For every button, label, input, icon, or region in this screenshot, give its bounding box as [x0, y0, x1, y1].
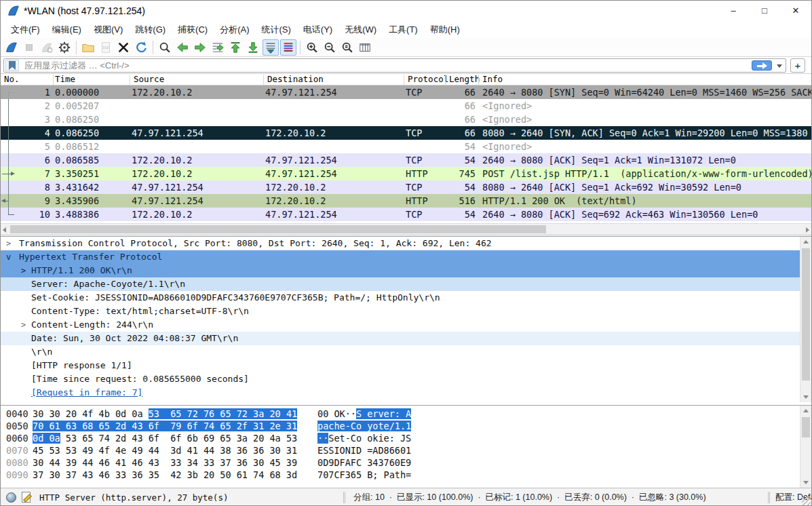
- packet-row-1[interactable]: 10.000000172.20.10.247.97.121.254TCP6626…: [1, 85, 811, 99]
- menu-item-6[interactable]: 统计(S): [255, 21, 296, 38]
- bytes-vscrollbar[interactable]: [800, 406, 811, 488]
- cell-source: 172.20.10.2: [132, 85, 265, 99]
- close-file-button[interactable]: [115, 39, 132, 56]
- capture-comment-icon[interactable]: [22, 492, 31, 503]
- menu-item-8[interactable]: 无线(W): [339, 21, 383, 38]
- bytes-scroll-handle[interactable]: [802, 417, 810, 437]
- maximize-button[interactable]: □: [749, 1, 780, 21]
- hex-row-0050[interactable]: 005070 61 63 68 65 2d 43 6f 79 6f 74 65 …: [1, 420, 811, 432]
- detail-vscrollbar[interactable]: [800, 237, 811, 402]
- column-header-length[interactable]: Length: [449, 74, 480, 85]
- column-header-no[interactable]: No.: [4, 74, 20, 85]
- expanded-arrow-icon[interactable]: v: [6, 250, 11, 264]
- hex-row-0070[interactable]: 007045 53 53 49 4f 4e 49 44 3d 41 44 38 …: [1, 444, 811, 456]
- packet-row-4[interactable]: 40.08625047.97.121.254172.20.10.2TCP6680…: [1, 126, 811, 140]
- collapsed-arrow-icon[interactable]: >: [6, 237, 11, 250]
- hex-row-0040[interactable]: 004030 30 20 4f 4b 0d 0a 53 65 72 76 65 …: [1, 408, 811, 420]
- packet-row-8[interactable]: 83.43164247.97.121.254172.20.10.2TCP5480…: [1, 180, 811, 194]
- packet-row-10[interactable]: 103.488386172.20.10.247.97.121.254TCP542…: [1, 208, 811, 221]
- detail-text: Transmission Control Protocol, Src Port:…: [19, 237, 492, 250]
- cell-info: 8080 → 2640 [ACK] Seq=1 Ack=692 Win=3059…: [482, 180, 811, 194]
- hscroll-handle[interactable]: [10, 225, 546, 233]
- reload-button[interactable]: [133, 39, 149, 56]
- go-last-icon: [246, 41, 260, 54]
- collapsed-arrow-icon[interactable]: >: [21, 264, 26, 277]
- detail-line-3[interactable]: Server: Apache-Coyote/1.1\r\n: [1, 277, 811, 291]
- auto-scroll-button[interactable]: [263, 39, 279, 56]
- menu-item-7[interactable]: 电话(Y): [297, 21, 339, 38]
- hex-row-0060[interactable]: 00600d 0a 53 65 74 2d 43 6f 6f 6b 69 65 …: [1, 432, 811, 444]
- scroll-up-arrow[interactable]: [803, 409, 809, 412]
- packet-row-5[interactable]: 50.08651254<Ignored>: [1, 140, 811, 153]
- detail-line-9[interactable]: [HTTP response 1/1]: [1, 359, 811, 372]
- apply-filter-button[interactable]: [752, 60, 772, 71]
- filter-bookmark-button[interactable]: [5, 60, 19, 71]
- filter-dropdown-caret[interactable]: [777, 64, 782, 68]
- hex-row-0080[interactable]: 008030 44 39 44 46 41 46 43 33 34 33 37 …: [1, 456, 811, 469]
- packet-row-2[interactable]: 20.00520766<Ignored>: [1, 99, 811, 113]
- zoom-in-button[interactable]: [304, 39, 320, 56]
- cell-length: 516: [436, 194, 476, 208]
- detail-line-1[interactable]: vHypertext Transfer Protocol: [1, 250, 811, 264]
- cell-protocol: HTTP: [406, 167, 436, 180]
- zoom-out-button[interactable]: [322, 39, 338, 56]
- menu-item-2[interactable]: 视图(V): [88, 21, 129, 38]
- go-back-button[interactable]: [174, 39, 191, 56]
- detail-line-10[interactable]: [Time since request: 0.085655000 seconds…: [1, 372, 811, 386]
- go-forward-button[interactable]: [192, 39, 208, 56]
- resize-grip[interactable]: [802, 497, 811, 506]
- menu-item-0[interactable]: 文件(F): [5, 21, 46, 38]
- menu-item-9[interactable]: 工具(T): [383, 21, 424, 38]
- find-packet-button[interactable]: [157, 39, 173, 56]
- scroll-right-arrow[interactable]: [806, 227, 809, 233]
- go-first-button[interactable]: [227, 39, 244, 56]
- menu-item-5[interactable]: 分析(A): [214, 21, 255, 38]
- auto-scroll-icon: [264, 41, 277, 54]
- packet-row-6[interactable]: 60.086585172.20.10.247.97.121.254TCP5426…: [1, 153, 811, 167]
- go-to-packet-button[interactable]: [210, 39, 226, 56]
- minimize-button[interactable]: –: [718, 1, 749, 21]
- packet-row-7[interactable]: 73.350251172.20.10.247.97.121.254HTTP745…: [1, 167, 811, 180]
- detail-line-2[interactable]: >HTTP/1.1 200 OK\r\n: [1, 264, 811, 277]
- column-header-info[interactable]: Info: [482, 74, 503, 85]
- column-header-protocol[interactable]: Protocol: [408, 74, 448, 85]
- capture-options-button[interactable]: [56, 39, 73, 56]
- open-file-button[interactable]: [80, 39, 96, 56]
- menu-item-3[interactable]: 跳转(G): [129, 21, 172, 38]
- menu-item-4[interactable]: 捕获(C): [172, 21, 214, 38]
- packet-list-hscrollbar[interactable]: [1, 223, 811, 235]
- scroll-down-arrow[interactable]: [803, 481, 809, 484]
- column-header-destination[interactable]: Destination: [267, 74, 324, 85]
- reload-icon: [134, 41, 148, 54]
- collapsed-arrow-icon[interactable]: >: [21, 318, 26, 332]
- detail-scroll-handle[interactable]: [802, 248, 810, 381]
- go-last-button[interactable]: [245, 39, 261, 56]
- detail-line-4[interactable]: Set-Cookie: JSESSIONID=AD866010D9DFAFC34…: [1, 291, 811, 305]
- packet-row-9[interactable]: 93.43590647.97.121.254172.20.10.2HTTP516…: [1, 194, 811, 208]
- colorize-button[interactable]: [280, 39, 296, 56]
- column-header-source[interactable]: Source: [134, 74, 164, 85]
- packet-list-header[interactable]: No.TimeSourceDestinationProtocolLengthIn…: [1, 74, 811, 85]
- scroll-down-arrow[interactable]: [803, 395, 809, 399]
- zoom-reset-button[interactable]: [339, 39, 355, 56]
- detail-line-0[interactable]: >Transmission Control Protocol, Src Port…: [1, 237, 811, 250]
- hex-offset: 0090: [6, 469, 28, 481]
- add-filter-button[interactable]: +: [790, 58, 805, 73]
- expert-info-icon[interactable]: [6, 492, 16, 503]
- column-header-time[interactable]: Time: [55, 74, 75, 85]
- detail-line-11[interactable]: [Request in frame: 7]: [1, 386, 811, 400]
- hex-row-0090[interactable]: 009037 30 37 43 46 33 36 35 42 3b 20 50 …: [1, 469, 811, 481]
- resize-columns-button[interactable]: [357, 39, 373, 56]
- start-capture-button[interactable]: [3, 39, 20, 56]
- detail-line-6[interactable]: >Content-Length: 244\r\n: [1, 318, 811, 332]
- detail-line-7[interactable]: Date: Sun, 30 Oct 2022 04:08:37 GMT\r\n: [1, 332, 811, 345]
- display-filter-input[interactable]: 应用显示过滤器 … <Ctrl-/>: [3, 58, 786, 73]
- scroll-left-arrow[interactable]: [3, 227, 6, 233]
- packet-row-3[interactable]: 30.08625066<Ignored>: [1, 113, 811, 126]
- detail-line-8[interactable]: \r\n: [1, 345, 811, 359]
- detail-line-5[interactable]: Content-Type: text/html;charset=UTF-8\r\…: [1, 305, 811, 318]
- menu-item-10[interactable]: 帮助(H): [424, 21, 466, 38]
- scroll-up-arrow[interactable]: [803, 240, 809, 244]
- menu-item-1[interactable]: 编辑(E): [46, 21, 88, 38]
- close-button[interactable]: ✕: [780, 1, 811, 21]
